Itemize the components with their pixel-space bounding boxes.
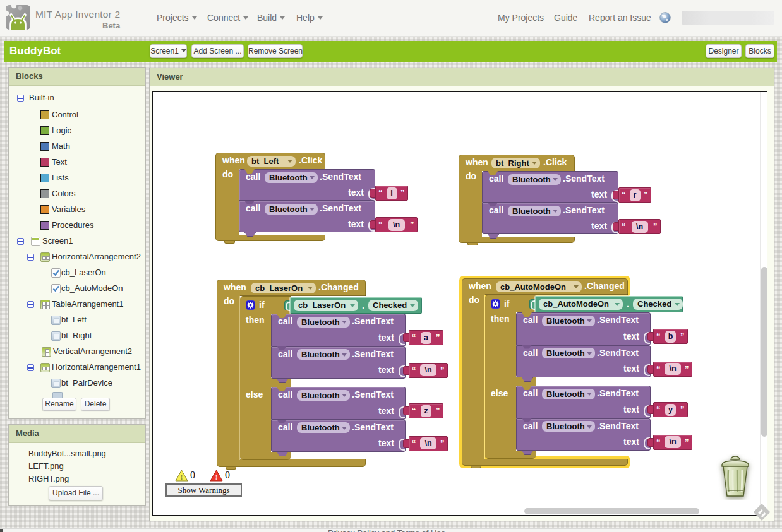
svg-text:!: ! [181, 473, 183, 482]
svg-text:!: ! [215, 473, 218, 482]
